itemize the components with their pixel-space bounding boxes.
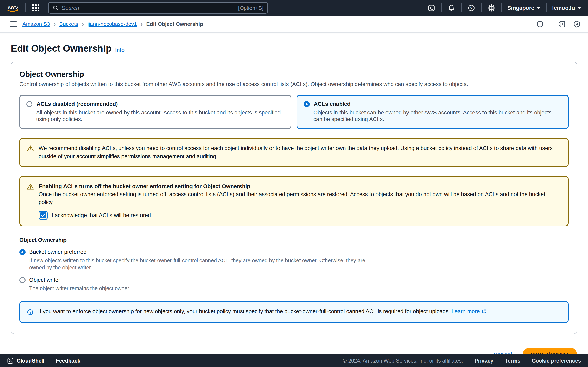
chevron-down-icon bbox=[537, 7, 540, 9]
gear-icon bbox=[487, 4, 495, 12]
search-icon bbox=[53, 5, 59, 11]
svg-text:aws: aws bbox=[8, 4, 18, 10]
breadcrumb-bar: Amazon S3 › Buckets › jiann-nocobase-dev… bbox=[0, 16, 588, 33]
footer-copyright: © 2024, Amazon Web Services, Inc. or its… bbox=[343, 358, 463, 364]
footer-privacy-link[interactable]: Privacy bbox=[475, 358, 493, 364]
info-icon bbox=[27, 309, 34, 316]
notebook-play-icon bbox=[558, 20, 566, 28]
footer-feedback-button[interactable]: Feedback bbox=[56, 358, 80, 364]
footer-terms-link[interactable]: Terms bbox=[505, 358, 520, 364]
radio-option-label: Object writer bbox=[29, 277, 60, 283]
tile-description: All objects in this bucket are owned by … bbox=[36, 109, 285, 123]
top-navigation-bar: aws Search [Option+S] bbox=[0, 0, 588, 16]
check-icon bbox=[41, 213, 45, 217]
breadcrumb-separator-icon: › bbox=[53, 20, 56, 29]
breadcrumb: Amazon S3 › Buckets › jiann-nocobase-dev… bbox=[22, 21, 203, 27]
services-menu-icon[interactable] bbox=[32, 4, 39, 11]
topbar-divider bbox=[461, 3, 462, 12]
footer-cloudshell-button[interactable]: CloudShell bbox=[7, 357, 44, 364]
topbar-divider bbox=[501, 3, 502, 12]
cloudshell-terminal-icon bbox=[7, 357, 14, 364]
topbar-divider bbox=[546, 3, 546, 12]
cloudshell-button[interactable] bbox=[426, 4, 437, 12]
breadcrumb-link-bucket-name[interactable]: jiann-nocobase-dev1 bbox=[87, 21, 137, 27]
ownership-group-label: Object Ownership bbox=[19, 237, 569, 243]
tutorials-panel-button[interactable] bbox=[558, 20, 566, 28]
amazon-q-button[interactable] bbox=[573, 20, 581, 28]
radio-option-description: The object writer remains the object own… bbox=[29, 285, 380, 292]
page-title: Edit Object Ownership bbox=[11, 43, 112, 54]
search-input[interactable]: Search [Option+S] bbox=[48, 2, 268, 14]
breadcrumb-utilities bbox=[536, 20, 581, 29]
tile-label: ACLs disabled (recommended) bbox=[36, 101, 118, 107]
info-link[interactable]: Info bbox=[115, 47, 125, 53]
account-menu[interactable]: lemoo.lu bbox=[551, 5, 582, 11]
enforce-ownership-info-banner: If you want to enforce object ownership … bbox=[19, 301, 569, 323]
learn-more-link[interactable]: Learn more bbox=[452, 308, 480, 314]
breadcrumb-link-amazon-s3[interactable]: Amazon S3 bbox=[22, 21, 50, 27]
cloudshell-terminal-icon bbox=[427, 4, 435, 12]
settings-button[interactable] bbox=[486, 4, 497, 12]
breadcrumb-current: Edit Object Ownership bbox=[146, 21, 203, 27]
side-menu-icon[interactable] bbox=[10, 21, 17, 27]
breadcrumb-link-buckets[interactable]: Buckets bbox=[59, 21, 78, 27]
tile-description: Objects in this bucket can be owned by o… bbox=[313, 109, 562, 123]
radio-unselected-icon[interactable] bbox=[26, 101, 33, 107]
form-actions: Cancel Save changes bbox=[11, 348, 577, 354]
amazon-q-hexagon-icon bbox=[573, 20, 581, 28]
breadcrumb-separator-icon: › bbox=[82, 20, 84, 29]
warning-icon bbox=[27, 145, 34, 152]
svg-text:?: ? bbox=[470, 6, 472, 10]
account-label: lemoo.lu bbox=[552, 5, 575, 11]
warning-title: Enabling ACLs turns off the bucket owner… bbox=[39, 183, 561, 191]
breadcrumb-divider bbox=[551, 20, 551, 29]
cancel-button[interactable]: Cancel bbox=[493, 351, 512, 354]
section-description: Control ownership of objects written to … bbox=[19, 81, 569, 87]
radio-option-bucket-owner-preferred[interactable]: Bucket owner preferred If new objects wr… bbox=[19, 249, 569, 271]
acl-recommendation-warning: We recommend disabling ACLs, unless you … bbox=[19, 138, 569, 167]
bell-icon bbox=[447, 4, 456, 12]
help-button[interactable]: ? bbox=[466, 4, 477, 12]
topbar-divider bbox=[481, 3, 482, 12]
footer-feedback-label: Feedback bbox=[56, 358, 80, 364]
notifications-button[interactable] bbox=[446, 4, 457, 12]
tile-acls-enabled[interactable]: ACLs enabled Objects in this bucket can … bbox=[297, 95, 569, 129]
radio-unselected-icon[interactable] bbox=[19, 277, 26, 283]
warning-icon bbox=[27, 183, 34, 190]
topbar-divider bbox=[25, 3, 26, 12]
breadcrumb-separator-icon: › bbox=[140, 20, 143, 29]
radio-option-object-writer[interactable]: Object writer The object writer remains … bbox=[19, 277, 569, 292]
warning-body: Once the bucket owner enforced setting i… bbox=[39, 191, 561, 206]
footer-cookie-preferences-link[interactable]: Cookie preferences bbox=[532, 358, 581, 364]
topbar-divider bbox=[441, 3, 442, 12]
chevron-down-icon bbox=[577, 7, 581, 9]
warning-text: We recommend disabling ACLs, unless you … bbox=[39, 144, 561, 160]
tile-label: ACLs enabled bbox=[314, 101, 351, 107]
acknowledge-checkbox[interactable] bbox=[39, 211, 48, 220]
aws-logo-icon[interactable]: aws bbox=[6, 3, 21, 13]
region-selector[interactable]: Singapore bbox=[506, 5, 542, 11]
acknowledge-checkbox-label[interactable]: I acknowledge that ACLs will be restored… bbox=[52, 211, 153, 219]
object-ownership-card: Object Ownership Control ownership of ob… bbox=[11, 62, 577, 334]
section-title: Object Ownership bbox=[19, 70, 569, 79]
radio-selected-icon[interactable] bbox=[303, 101, 310, 107]
question-circle-icon: ? bbox=[467, 4, 476, 12]
radio-option-label: Bucket owner preferred bbox=[29, 249, 86, 255]
info-icon bbox=[536, 20, 544, 28]
main-content: Edit Object Ownership Info Object Owners… bbox=[0, 33, 588, 354]
external-link-icon bbox=[481, 309, 487, 314]
region-label: Singapore bbox=[507, 5, 534, 11]
search-shortcut-hint: [Option+S] bbox=[238, 5, 263, 11]
radio-option-description: If new objects written to this bucket sp… bbox=[29, 257, 380, 271]
acl-enable-warning: Enabling ACLs turns off the bucket owner… bbox=[19, 176, 569, 226]
info-banner-text: If you want to enforce object ownership … bbox=[38, 308, 450, 314]
tile-acls-disabled[interactable]: ACLs disabled (recommended) All objects … bbox=[19, 95, 291, 129]
info-panel-button[interactable] bbox=[536, 20, 544, 28]
acl-tile-group: ACLs disabled (recommended) All objects … bbox=[19, 95, 569, 129]
save-changes-button[interactable]: Save changes bbox=[523, 348, 577, 354]
aws-console-page: aws Search [Option+S] bbox=[0, 0, 588, 367]
footer-cloudshell-label: CloudShell bbox=[17, 358, 44, 364]
search-placeholder: Search bbox=[62, 5, 238, 11]
console-footer: CloudShell Feedback © 2024, Amazon Web S… bbox=[0, 354, 588, 367]
radio-selected-icon[interactable] bbox=[19, 249, 26, 255]
